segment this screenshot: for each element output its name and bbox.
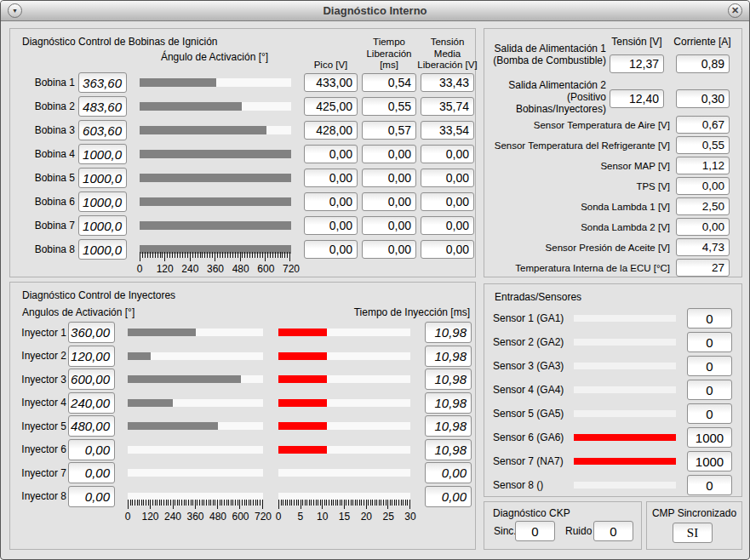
input-sensor-row: Sensor 5 (GA5) 0 — [493, 403, 732, 424]
injector-angle-input[interactable]: 600,00 — [68, 369, 115, 390]
injector-angle-input[interactable]: 0,00 — [68, 462, 115, 483]
ckp-noise-label: Ruido — [565, 525, 593, 537]
analog-sensor-row: Sensor MAP [V] 1,12 — [484, 157, 730, 174]
coil-release-time-value: 0,54 — [362, 73, 416, 92]
supply1-label: Salida de Alimentación 1 (Bomba de Combu… — [484, 43, 606, 66]
coil-angle-input[interactable]: 1000,0 — [78, 215, 127, 236]
injector-angle-bar — [128, 329, 263, 336]
injector-angle-input[interactable]: 360,00 — [68, 322, 115, 343]
coil-angle-input[interactable]: 363,60 — [78, 72, 127, 93]
supply1-current-value: 0,89 — [676, 54, 730, 73]
injector-row: Inyector 2 120,00 10,98 — [10, 346, 472, 367]
input-sensor-bar — [574, 386, 676, 393]
coil-angle-bar — [140, 174, 291, 182]
cmp-panel: CMP Sincronizado SI — [646, 501, 742, 550]
injector-row-label: Inyector 4 — [10, 397, 66, 409]
analog-sensor-label: TPS [V] — [484, 181, 670, 191]
coil-rows: Bobina 1 363,60 433,00 0,54 33,43 Bobina… — [10, 72, 474, 260]
coil-peak-voltage-value: 0,00 — [304, 216, 358, 235]
analog-sensor-label: Sensor Temperatura de Aire [V] — [484, 120, 670, 130]
injection-time-value[interactable]: 10,98 — [425, 322, 472, 343]
injection-time-header: Tiempo de Inyección [ms] — [354, 306, 470, 318]
injection-time-value[interactable]: 0,00 — [425, 462, 472, 483]
injector-angle-input[interactable]: 0,00 — [68, 486, 115, 507]
analog-sensor-row: Sonda Lambda 2 [V] 0,00 — [484, 218, 730, 236]
analog-sensor-label: Sonda Lambda 2 [V] — [484, 222, 670, 232]
injector-row-label: Inyector 3 — [10, 374, 66, 386]
ckp-sync-value: 0 — [515, 521, 555, 541]
input-sensor-bar — [574, 410, 676, 417]
injection-time-value[interactable]: 10,98 — [425, 439, 472, 460]
injection-time-value[interactable]: 10,98 — [425, 346, 472, 367]
coil-row-label: Bobina 3 — [10, 124, 75, 136]
supply2-label: Salida Alimentación 2 (Positivo Bobinas/… — [484, 79, 606, 115]
coil-angle-bar — [140, 150, 291, 158]
coil-row-label: Bobina 6 — [10, 196, 75, 208]
analog-sensor-row: Sensor Temperatura de Aire [V] 0,67 — [484, 116, 730, 134]
ckp-sync-label: Sinc. — [494, 525, 515, 537]
coil-avg-voltage-value: 0,00 — [421, 216, 474, 235]
input-sensor-bar — [574, 363, 676, 369]
injection-time-bar — [278, 446, 410, 454]
coil-angle-input[interactable]: 1000,0 — [78, 239, 127, 260]
injection-time-value[interactable]: 10,98 — [425, 392, 472, 414]
coil-row-label: Bobina 5 — [10, 172, 75, 184]
injector-angle-input[interactable]: 120,00 — [68, 346, 115, 367]
coil-column-header-peak: Pico [V] — [301, 60, 361, 71]
input-sensor-bar — [574, 434, 676, 441]
analog-sensor-value: 0,00 — [676, 177, 730, 195]
injection-time-value[interactable]: 10,98 — [425, 415, 472, 437]
input-sensor-value: 1000 — [687, 427, 732, 448]
input-sensor-label: Sensor 2 (GA2) — [493, 336, 574, 348]
power-sensors-panel: Tensión [V] Corriente [A] Salida de Alim… — [484, 28, 742, 277]
input-sensor-rows: Sensor 1 (GA1) 0 Sensor 2 (GA2) 0 Sensor… — [493, 308, 732, 495]
coil-row: Bobina 6 1000,0 0,00 0,00 0,00 — [10, 191, 474, 212]
coil-row: Bobina 4 1000,0 0,00 0,00 0,00 — [10, 144, 474, 164]
coil-row-label: Bobina 8 — [10, 243, 75, 255]
injector-angle-input[interactable]: 0,00 — [68, 439, 115, 460]
supply1-voltage-value: 12,37 — [610, 54, 664, 73]
injector-angle-input[interactable]: 240,00 — [68, 392, 115, 414]
coil-peak-voltage-value: 0,00 — [304, 192, 358, 211]
analog-sensor-value: 4,73 — [676, 238, 730, 256]
injector-angle-bar — [128, 375, 263, 383]
coil-angle-input[interactable]: 483,60 — [78, 96, 127, 117]
injector-row: Inyector 7 0,00 0,00 — [10, 462, 472, 483]
injector-row: Inyector 5 480,00 10,98 — [10, 415, 472, 437]
coil-angle-input[interactable]: 1000,0 — [78, 191, 127, 212]
input-sensor-row: Sensor 7 (NA7) 1000 — [493, 451, 732, 471]
analog-sensor-label: Sonda Lambda 1 [V] — [484, 202, 670, 212]
injection-time-value[interactable]: 10,98 — [425, 369, 472, 390]
injector-row-label: Inyector 8 — [10, 490, 66, 502]
coil-release-time-value: 0,57 — [362, 121, 416, 140]
injector-angle-bar — [128, 469, 263, 477]
analog-sensor-label: Sensor Presión de Aceite [V] — [484, 243, 670, 253]
ckp-panel: Diagnóstico CKP Sinc. 0 Ruido 0 — [484, 501, 642, 550]
injector-row: Inyector 1 360,00 10,98 — [10, 322, 472, 343]
coil-row: Bobina 3 603,60 428,00 0,57 33,54 — [10, 120, 474, 140]
close-button[interactable]: ✕ — [728, 3, 742, 18]
input-sensor-row: Sensor 4 (GA4) 0 — [493, 380, 732, 400]
injection-time-bar — [278, 469, 410, 477]
injector-angle-axis: 0120240360480600720 — [128, 500, 263, 509]
coil-row-label: Bobina 7 — [10, 220, 75, 231]
injector-angle-bar — [128, 399, 263, 407]
coil-angle-input[interactable]: 603,60 — [78, 120, 127, 140]
coil-row: Bobina 1 363,60 433,00 0,54 33,43 — [10, 72, 474, 93]
injector-angle-input[interactable]: 480,00 — [68, 415, 115, 437]
coil-angle-input[interactable]: 1000,0 — [78, 168, 127, 188]
input-sensor-row: Sensor 3 (GA3) 0 — [493, 356, 732, 376]
coils-panel-title: Diagnóstico Control de Bobinas de Ignici… — [22, 36, 217, 48]
injector-row-label: Inyector 1 — [10, 327, 66, 339]
coil-row: Bobina 2 483,60 425,00 0,55 35,74 — [10, 96, 474, 117]
coil-peak-voltage-value: 0,00 — [304, 169, 358, 187]
analog-sensor-row: Temperatura Interna de la ECU [°C] 27 — [484, 259, 730, 277]
input-sensor-label: Sensor 3 (GA3) — [493, 360, 574, 372]
analog-sensor-value: 2,50 — [676, 197, 730, 215]
input-sensor-value: 0 — [687, 475, 732, 495]
coil-angle-input[interactable]: 1000,0 — [78, 144, 127, 164]
input-sensor-label: Sensor 1 (GA1) — [493, 312, 574, 324]
analog-sensor-value: 0,55 — [676, 136, 730, 154]
analog-sensor-value: 27 — [676, 259, 730, 277]
injection-time-value[interactable]: 0,00 — [425, 486, 472, 507]
